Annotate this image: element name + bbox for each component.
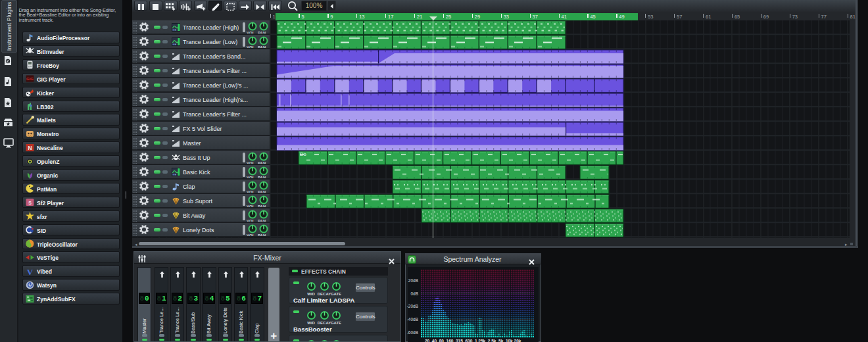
svg-text:Do: Do xyxy=(300,151,306,157)
svg-text:V: V xyxy=(27,266,34,276)
svg-text:GIG: GIG xyxy=(26,77,34,81)
svg-text:S: S xyxy=(28,201,32,205)
svg-text:N: N xyxy=(28,145,32,151)
